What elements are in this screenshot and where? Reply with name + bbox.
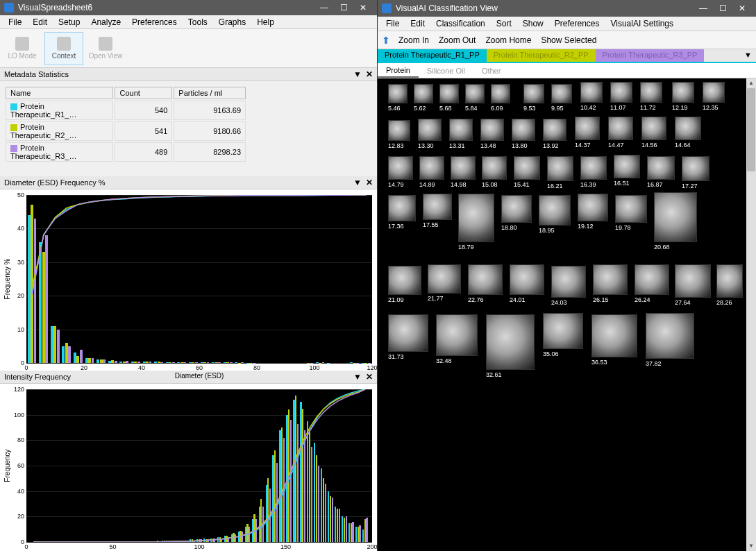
subtab-silicone-oil[interactable]: Silicone Oil	[419, 65, 473, 77]
menu-classification[interactable]: Classification	[430, 17, 491, 30]
particle-thumb[interactable]: 19.12	[578, 194, 608, 230]
particle-thumb[interactable]: 21.09	[388, 266, 421, 303]
particle-thumb[interactable]: 14.56	[641, 117, 666, 149]
particle-thumb[interactable]: 28.26	[716, 264, 743, 306]
particle-thumb[interactable]: 9.95	[551, 84, 572, 112]
scroll-thumb[interactable]	[747, 88, 755, 171]
maximize-button[interactable]: ☐	[334, 0, 353, 15]
panel-close-icon[interactable]: ✕	[366, 178, 373, 187]
particle-thumb[interactable]: 5.68	[439, 84, 459, 112]
particle-thumb[interactable]: 26.24	[635, 264, 669, 303]
particle-thumb[interactable]: 17.27	[682, 156, 709, 189]
particle-thumb[interactable]: 24.01	[510, 264, 544, 303]
particle-thumb[interactable]: 6.09	[491, 84, 510, 112]
panel-dropdown-icon[interactable]: ▼	[353, 178, 362, 187]
particle-thumb[interactable]: 9.53	[523, 84, 544, 112]
toolbar-context[interactable]: Context	[44, 32, 83, 65]
particle-thumb[interactable]: 16.39	[580, 156, 607, 188]
particle-thumb[interactable]: 19.78	[615, 195, 647, 231]
particle-thumb[interactable]: 16.87	[647, 156, 675, 188]
panel-close-icon[interactable]: ✕	[366, 372, 373, 382]
th-name[interactable]: Name	[6, 87, 113, 99]
particle-thumb[interactable]: 13.48	[480, 119, 504, 149]
particle-thumb[interactable]: 12.83	[388, 120, 410, 149]
th-count[interactable]: Count	[115, 87, 172, 99]
menu-file[interactable]: File	[3, 16, 27, 28]
toolbar-show-selected[interactable]: Show Selected	[541, 35, 596, 45]
particle-thumb[interactable]: 32.48	[436, 314, 478, 364]
particle-thumb[interactable]: 32.61	[486, 314, 535, 378]
particle-thumb[interactable]: 13.92	[543, 119, 566, 149]
particle-thumb[interactable]: 14.47	[608, 117, 633, 149]
toolbar-zoom-home[interactable]: Zoom Home	[485, 35, 531, 45]
particle-thumb[interactable]: 5.62	[414, 84, 433, 112]
particle-thumb[interactable]: 18.79	[458, 194, 494, 251]
panel-dropdown-icon[interactable]: ▼	[353, 372, 362, 382]
right-titlebar[interactable]: VisualAI Classification View — ☐ ✕	[378, 0, 756, 17]
home-icon[interactable]: ⬆	[382, 35, 390, 46]
particle-thumb[interactable]: 11.07	[610, 82, 632, 111]
particle-thumb[interactable]: 21.77	[428, 264, 461, 302]
thumbnail-gallery[interactable]: ▲ ▼ 5.465.625.685.846.099.539.9510.4211.…	[378, 78, 756, 551]
gallery-scrollbar[interactable]: ▲ ▼	[746, 78, 756, 551]
scroll-up-icon[interactable]: ▲	[746, 78, 756, 88]
particle-thumb[interactable]: 36.53	[591, 314, 637, 366]
minimize-button[interactable]: —	[314, 0, 334, 15]
particle-thumb[interactable]: 14.64	[675, 117, 701, 149]
table-row[interactable]: Protein Therapeutic_R1_…5409163.69	[6, 101, 246, 120]
menu-graphs[interactable]: Graphs	[213, 16, 251, 28]
minimize-button[interactable]: —	[694, 1, 713, 16]
particle-thumb[interactable]: 13.80	[512, 119, 535, 149]
menu-edit[interactable]: Edit	[405, 17, 430, 30]
particle-thumb[interactable]: 35.06	[543, 313, 583, 357]
particle-thumb[interactable]: 15.41	[514, 156, 540, 188]
tab-r3[interactable]: Protein Therapeutic_R3_PP	[596, 49, 705, 62]
particle-thumb[interactable]: 16.51	[614, 155, 640, 187]
particle-thumb[interactable]: 27.64	[675, 264, 711, 306]
particle-thumb[interactable]: 24.03	[551, 266, 586, 306]
particle-thumb[interactable]: 14.37	[575, 117, 600, 149]
particle-thumb[interactable]: 18.80	[501, 195, 532, 231]
panel-dropdown-icon[interactable]: ▼	[353, 69, 362, 79]
table-row[interactable]: Protein Therapeutic_R3_…4898298.23	[6, 142, 246, 162]
particle-thumb[interactable]: 14.89	[419, 156, 444, 188]
subtab-other[interactable]: Other	[473, 65, 510, 77]
particle-thumb[interactable]: 11.72	[640, 82, 662, 111]
menu-tools[interactable]: Tools	[183, 16, 213, 28]
particle-thumb[interactable]: 12.19	[672, 82, 694, 111]
tab-r2[interactable]: Protein Therapeutic_R2_PP	[487, 49, 596, 62]
particle-thumb[interactable]: 5.84	[465, 84, 485, 112]
particle-thumb[interactable]: 12.35	[703, 82, 725, 111]
particle-thumb[interactable]: 37.82	[646, 313, 694, 367]
particle-thumb[interactable]: 17.55	[423, 194, 452, 228]
particle-thumb[interactable]: 15.08	[482, 156, 507, 188]
menu-analyze[interactable]: Analyze	[85, 16, 126, 28]
particle-thumb[interactable]: 14.79	[388, 156, 413, 188]
particle-thumb[interactable]: 31.73	[388, 314, 428, 360]
toolbar-zoom-out[interactable]: Zoom Out	[439, 35, 476, 45]
close-button[interactable]: ✕	[353, 0, 373, 15]
tabs-dropdown-icon[interactable]: ▼	[740, 49, 756, 62]
tab-r1[interactable]: Protein Therapeutic_R1_PP	[378, 49, 487, 62]
menu-visualai-settings[interactable]: VisualAI Settings	[605, 17, 679, 30]
particle-thumb[interactable]: 13.31	[449, 119, 473, 149]
particle-thumb[interactable]: 14.98	[451, 156, 476, 188]
scroll-down-icon[interactable]: ▼	[746, 541, 756, 551]
menu-help[interactable]: Help	[251, 16, 280, 28]
menu-edit[interactable]: Edit	[27, 16, 53, 28]
left-titlebar[interactable]: VisualSpreadsheet6 — ☐ ✕	[0, 0, 377, 15]
menu-file[interactable]: File	[380, 17, 405, 30]
menu-show[interactable]: Show	[517, 17, 549, 30]
subtab-protein[interactable]: Protein	[378, 64, 419, 78]
close-button[interactable]: ✕	[732, 1, 752, 16]
particle-thumb[interactable]: 16.21	[547, 156, 573, 189]
particle-thumb[interactable]: 5.46	[388, 84, 408, 112]
panel-close-icon[interactable]: ✕	[366, 69, 373, 79]
particle-thumb[interactable]: 20.68	[654, 192, 697, 251]
th-ppm[interactable]: Particles / ml	[174, 87, 246, 99]
menu-sort[interactable]: Sort	[491, 17, 517, 30]
toolbar-zoom-in[interactable]: Zoom In	[398, 35, 429, 45]
particle-thumb[interactable]: 13.30	[418, 119, 442, 149]
particle-thumb[interactable]: 26.15	[593, 264, 628, 303]
particle-thumb[interactable]: 18.95	[539, 195, 571, 234]
